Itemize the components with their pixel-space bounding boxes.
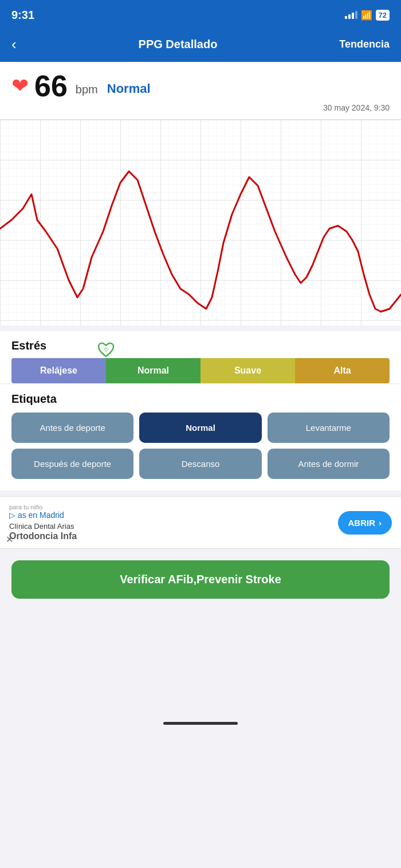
stress-bar-container: ♡ Relájese Normal Suave Alta [11,358,390,383]
ad-close-button[interactable]: ✕ [6,534,13,545]
ad-sponsor-name: Clínica Dental Arias [9,522,74,531]
heart-rate-status: Normal [107,81,151,101]
label-title: Etiqueta [11,392,390,406]
label-btn-antes-deporte[interactable]: Antes de deporte [11,413,133,443]
home-indicator [163,722,238,725]
wifi-icon: 📶 [361,10,372,21]
label-btn-levantarme[interactable]: Levantarme [268,413,390,443]
heart-icon: ❤ [11,74,29,98]
label-btn-antes-dormir[interactable]: Antes de dormir [268,449,390,479]
afib-section: Verificar AFib,Prevenir Stroke [0,549,401,610]
label-btn-descanso[interactable]: Descanso [139,449,261,479]
ad-banner: para tu niño ▷ as en Madrid Clínica Dent… [0,496,401,549]
stress-bar: Relájese Normal Suave Alta [11,358,390,383]
stress-segment-suave: Suave [200,358,295,383]
ppg-chart [0,119,401,325]
label-btn-normal[interactable]: Normal [139,413,261,443]
stress-title: Estrés [11,339,390,352]
page-title: PPG Detallado [139,38,218,51]
afib-button[interactable]: Verificar AFib,Prevenir Stroke [11,560,390,599]
ad-open-button[interactable]: ABRIR › [338,511,392,535]
heart-rate-header: ❤ 66 bpm Normal 30 may 2024, 9:30 [0,62,401,119]
chart-svg [0,120,401,325]
battery-indicator: 72 [376,10,390,21]
ad-content: para tu niño ▷ as en Madrid Clínica Dent… [9,504,332,541]
ad-main-text: Ortodoncia Infa [9,531,77,541]
label-btn-despues-deporte[interactable]: Después de deporte [11,449,133,479]
heart-rate-date: 30 may 2024, 9:30 [11,103,390,115]
heart-rate-unit: bpm [76,83,98,101]
stress-indicator-icon: ♡ [97,342,115,362]
bottom-area [0,610,401,736]
label-grid: Antes de deporte Normal Levantarme Despu… [11,413,390,479]
ad-play-text: ▷ as en Madrid [9,510,332,520]
status-time: 9:31 [11,9,34,22]
status-icons: 📶 72 [345,10,390,21]
signal-icon [345,11,357,19]
nav-bar: ‹ PPG Detallado Tendencia [0,29,401,62]
tendencia-button[interactable]: Tendencia [339,38,390,50]
stress-segment-normal: Normal [106,358,200,383]
back-button[interactable]: ‹ [11,36,17,53]
heart-rate-value: 66 [34,71,68,101]
svg-text:♡: ♡ [104,347,108,353]
label-section: Etiqueta Antes de deporte Normal Levanta… [0,384,401,490]
status-bar: 9:31 📶 72 [0,0,401,29]
svg-rect-1 [0,120,401,325]
stress-segment-alta: Alta [295,358,390,383]
ad-sponsor-text: para tu niño [9,504,332,510]
stress-segment-relax: Relájese [11,358,106,383]
stress-section: Estrés ♡ Relájese Normal Suave Alta [0,331,401,383]
